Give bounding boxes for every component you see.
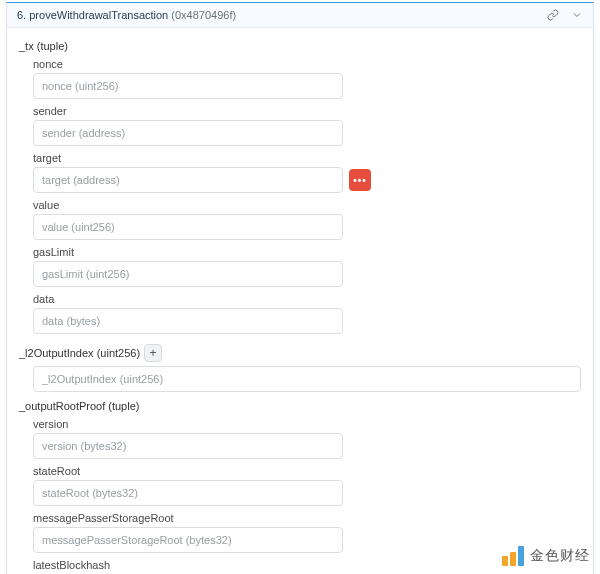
l2outputindex-section-label: _l2OutputIndex (uint256) + [19, 344, 581, 362]
data-input[interactable] [33, 308, 343, 334]
mpsr-input[interactable] [33, 527, 343, 553]
value-label: value [33, 199, 581, 211]
gaslimit-label: gasLimit [33, 246, 581, 258]
function-hash: (0x4870496f) [171, 9, 236, 21]
outputrootproof-fields: version stateRoot messagePasserStorageRo… [33, 418, 581, 574]
panel-title: 6. proveWithdrawalTransaction (0x4870496… [17, 9, 547, 21]
watermark-text: 金色财经 [530, 547, 590, 565]
sender-label: sender [33, 105, 581, 117]
nonce-input[interactable] [33, 73, 343, 99]
target-label: target [33, 152, 581, 164]
stateroot-label: stateRoot [33, 465, 581, 477]
version-label: version [33, 418, 581, 430]
l2outputindex-label-text: _l2OutputIndex (uint256) [19, 347, 140, 359]
nonce-label: nonce [33, 58, 581, 70]
panel-header[interactable]: 6. proveWithdrawalTransaction (0x4870496… [7, 3, 593, 28]
stateroot-input[interactable] [33, 480, 343, 506]
data-label: data [33, 293, 581, 305]
function-name: proveWithdrawalTransaction [29, 9, 168, 21]
l2outputindex-fields [33, 366, 581, 392]
function-panel: 6. proveWithdrawalTransaction (0x4870496… [6, 2, 594, 574]
tx-fields: nonce sender target ••• value gasLimit d… [33, 58, 581, 334]
gaslimit-input[interactable] [33, 261, 343, 287]
target-input[interactable] [33, 167, 343, 193]
add-param-button[interactable]: + [144, 344, 162, 362]
mpsr-label: messagePasserStorageRoot [33, 512, 581, 524]
chevron-down-icon[interactable] [571, 9, 583, 21]
l2outputindex-input[interactable] [33, 366, 581, 392]
watermark: 金色财经 [502, 546, 590, 566]
watermark-logo-icon [502, 546, 526, 566]
sender-input[interactable] [33, 120, 343, 146]
wallet-connect-icon[interactable]: ••• [349, 169, 371, 191]
latestblockhash-label: latestBlockhash [33, 559, 581, 571]
panel-body: _tx (tuple) nonce sender target ••• valu… [7, 28, 593, 574]
value-input[interactable] [33, 214, 343, 240]
tx-section-label: _tx (tuple) [19, 40, 581, 52]
function-index: 6. [17, 9, 26, 21]
outputrootproof-section-label: _outputRootProof (tuple) [19, 400, 581, 412]
header-actions [547, 9, 583, 21]
link-icon[interactable] [547, 9, 559, 21]
version-input[interactable] [33, 433, 343, 459]
